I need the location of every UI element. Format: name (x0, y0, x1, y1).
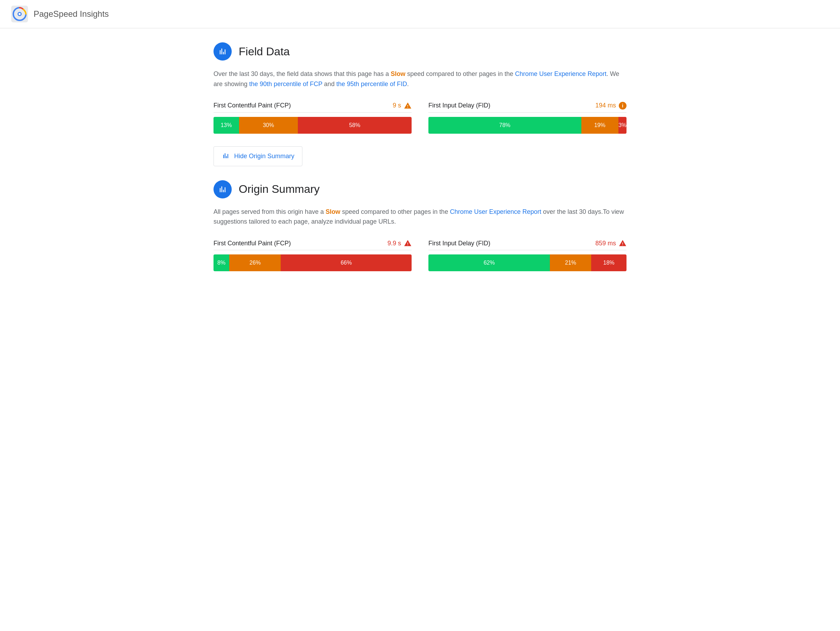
origin-fid-bar-orange: 21% (550, 254, 591, 271)
origin-fcp-bar-red: 66% (281, 254, 412, 271)
hide-origin-icon (221, 151, 230, 161)
origin-fcp-bar: 8% 26% 66% (213, 254, 412, 271)
fcp-bar-red: 58% (298, 117, 412, 134)
hide-origin-summary-button[interactable]: Hide Origin Summary (213, 146, 302, 166)
fcp-bar: 13% 30% 58% (213, 117, 412, 134)
fid-bar-green: 78% (428, 117, 581, 134)
origin-description: All pages served from this origin have a… (213, 207, 627, 227)
field-data-header: Field Data (213, 43, 627, 60)
main-content: Field Data Over the last 30 days, the fi… (193, 28, 647, 298)
fid-info-icon[interactable]: i (619, 102, 627, 110)
fid-bar: 78% 19% 3% (428, 117, 627, 134)
fcp-bar-green: 13% (213, 117, 239, 134)
field-data-title: Field Data (239, 45, 290, 58)
field-data-description: Over the last 30 days, the field data sh… (213, 69, 627, 89)
fcp-metric: First Contentful Paint (FCP) 9 s 13% 30%… (213, 102, 412, 134)
origin-fid-warning-icon (619, 240, 627, 247)
fcp-percentile-link[interactable]: the 90th percentile of FCP (249, 80, 322, 87)
field-data-metrics: First Contentful Paint (FCP) 9 s 13% 30%… (213, 102, 627, 134)
fcp-value: 9 s (393, 102, 412, 110)
fid-value: 194 ms i (595, 102, 627, 110)
origin-fid-label: First Input Delay (FID) (428, 240, 490, 247)
hide-origin-btn-label: Hide Origin Summary (234, 153, 294, 160)
origin-fid-value: 859 ms (595, 240, 627, 247)
fid-percentile-link[interactable]: the 95th percentile of FID (336, 80, 407, 87)
origin-fid-bar-green: 62% (428, 254, 550, 271)
origin-fid-metric: First Input Delay (FID) 859 ms 62% 21% 1… (428, 240, 627, 271)
origin-fid-header: First Input Delay (FID) 859 ms (428, 240, 627, 250)
app-title: PageSpeed Insights (33, 9, 109, 19)
origin-fcp-warning-icon (404, 240, 412, 247)
origin-fcp-label: First Contentful Paint (FCP) (213, 240, 291, 247)
field-data-icon (213, 43, 232, 60)
fcp-bar-orange: 30% (239, 117, 298, 134)
origin-fcp-bar-green: 8% (213, 254, 229, 271)
app-logo (11, 6, 28, 22)
fid-bar-orange: 19% (581, 117, 619, 134)
chrome-ux-link[interactable]: Chrome User Experience Report (515, 70, 606, 77)
origin-fid-bar-red: 18% (591, 254, 627, 271)
fcp-label: First Contentful Paint (FCP) (213, 102, 291, 109)
fcp-header: First Contentful Paint (FCP) 9 s (213, 102, 412, 113)
fid-bar-red: 3% (619, 117, 627, 134)
fid-label: First Input Delay (FID) (428, 102, 490, 109)
origin-summary-header: Origin Summary (213, 180, 627, 199)
origin-metrics: First Contentful Paint (FCP) 9.9 s 8% 26… (213, 240, 627, 271)
origin-fcp-value: 9.9 s (387, 240, 412, 247)
origin-fcp-bar-orange: 26% (229, 254, 281, 271)
origin-fid-bar: 62% 21% 18% (428, 254, 627, 271)
origin-chrome-ux-link[interactable]: Chrome User Experience Report (450, 208, 541, 215)
app-header: PageSpeed Insights (0, 0, 840, 28)
svg-point-2 (19, 13, 21, 15)
origin-summary-title: Origin Summary (239, 183, 319, 196)
origin-summary-icon (213, 180, 232, 199)
fcp-warning-icon (404, 102, 412, 110)
fid-header: First Input Delay (FID) 194 ms i (428, 102, 627, 113)
origin-fcp-header: First Contentful Paint (FCP) 9.9 s (213, 240, 412, 250)
origin-fcp-metric: First Contentful Paint (FCP) 9.9 s 8% 26… (213, 240, 412, 271)
fid-metric: First Input Delay (FID) 194 ms i 78% 19%… (428, 102, 627, 134)
